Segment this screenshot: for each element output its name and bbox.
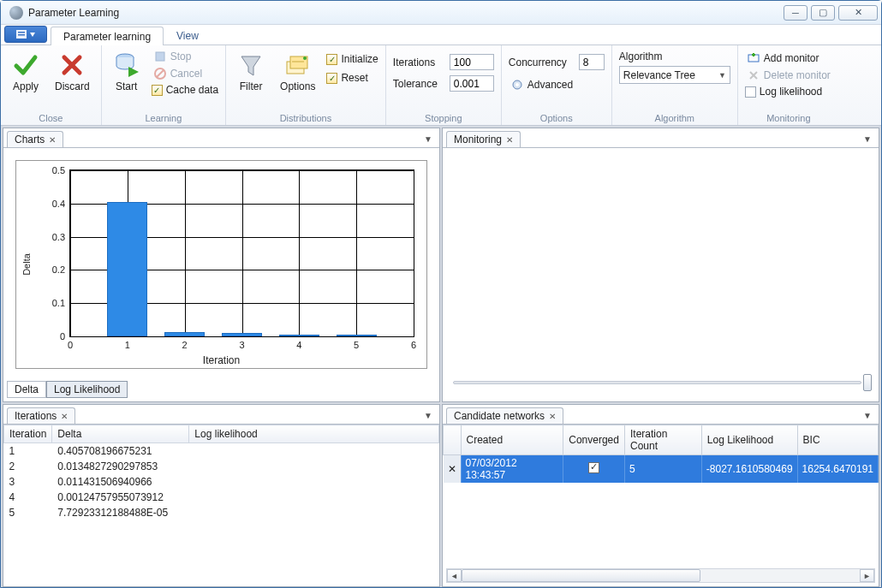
- chart-tab-delta[interactable]: Delta: [7, 381, 46, 398]
- cell-iter: 1: [4, 443, 52, 460]
- monitoring-tab-label: Monitoring: [454, 134, 502, 146]
- loglik-checkbox[interactable]: ✓ Log likelihood: [745, 85, 822, 98]
- options-dist-label: Options: [280, 80, 315, 92]
- discard-label: Discard: [55, 80, 90, 92]
- svg-marker-3: [30, 33, 35, 37]
- monitor-slider-thumb[interactable]: [863, 374, 872, 391]
- col-bic[interactable]: BIC: [797, 425, 878, 455]
- iterations-input[interactable]: [450, 54, 494, 70]
- concurrency-input[interactable]: [579, 54, 605, 70]
- stop-button[interactable]: Stop: [152, 49, 218, 64]
- cancel-button[interactable]: Cancel: [152, 66, 218, 81]
- table-row[interactable]: 20.0134827290297853: [4, 459, 439, 474]
- stop-label: Stop: [170, 50, 192, 62]
- cell-loglik: [189, 443, 439, 460]
- cell-created: 07/03/2012 13:43:57: [461, 455, 563, 484]
- table-row[interactable]: ✕ 07/03/2012 13:43:57 5 -8027.1610580469…: [444, 455, 879, 484]
- app-icon: [9, 6, 23, 20]
- add-monitor-label: Add monitor: [764, 52, 819, 64]
- window-title: Parameter Learning: [28, 7, 784, 19]
- row-delete-icon[interactable]: ✕: [444, 455, 462, 484]
- algorithm-select[interactable]: Relevance Tree ▼: [619, 66, 730, 84]
- ribbon-group-algorithm: Algorithm Relevance Tree ▼ Algorithm: [612, 45, 738, 125]
- close-tab-icon[interactable]: ✕: [506, 135, 513, 145]
- col-converged[interactable]: Converged: [563, 425, 625, 455]
- col-rowheader: [444, 425, 462, 455]
- add-monitor-button[interactable]: Add monitor: [745, 50, 821, 66]
- close-tab-icon[interactable]: ✕: [549, 412, 556, 421]
- candidates-table: Created Converged Iteration Count Log Li…: [443, 425, 879, 483]
- ribbon-group-stopping: Iterations Tolerance Stopping: [386, 45, 502, 125]
- charts-tab[interactable]: Charts ✕: [7, 131, 63, 147]
- checkbox-unchecked-icon: ✓: [745, 86, 756, 98]
- add-monitor-icon: [747, 51, 760, 65]
- concurrency-label: Concurrency: [509, 56, 574, 68]
- scroll-thumb[interactable]: [462, 569, 700, 582]
- scroll-left-icon[interactable]: ◄: [447, 569, 462, 582]
- cache-data-checkbox[interactable]: ✓ Cache data: [152, 83, 218, 97]
- horizontal-scrollbar[interactable]: ◄ ►: [446, 568, 875, 583]
- table-row[interactable]: 40.00124757955073912: [4, 490, 439, 505]
- monitoring-tab[interactable]: Monitoring ✕: [446, 131, 521, 147]
- table-row[interactable]: 57.72923312188488E-05: [4, 505, 439, 520]
- initialize-checkbox[interactable]: ✓ Initialize: [326, 52, 378, 66]
- candidates-panel: Candidate networks ✕ ▼ Created Converged…: [442, 404, 879, 587]
- close-tab-icon[interactable]: ✕: [49, 135, 56, 145]
- reset-checkbox[interactable]: ✓ Reset: [326, 71, 378, 85]
- col-itercount[interactable]: Iteration Count: [624, 425, 701, 455]
- maximize-button[interactable]: ▢: [811, 5, 835, 21]
- delete-monitor-button[interactable]: Delete monitor: [745, 68, 832, 83]
- ribbon-group-distributions: Filter Options ✓ Initialize ✓ Reset: [226, 45, 386, 125]
- iterations-panel: Iterations ✕ ▼ Iteration Delta Log likel…: [3, 404, 440, 587]
- chart-tab-loglik[interactable]: Log Likelihood: [46, 381, 128, 398]
- cell-delta: 0.405708196675231: [52, 443, 189, 460]
- ribbon: Apply Discard Close Start: [1, 45, 881, 126]
- close-tab-icon[interactable]: ✕: [61, 412, 68, 421]
- panel-menu-button[interactable]: ▼: [420, 407, 436, 424]
- tab-parameter-learning[interactable]: Parameter learning: [51, 27, 164, 45]
- candidates-tab-label: Candidate networks: [454, 410, 545, 422]
- panel-menu-button[interactable]: ▼: [420, 131, 436, 147]
- chart-bar: [107, 202, 147, 336]
- chart-xtick: 4: [296, 340, 301, 350]
- group-label-stopping: Stopping: [393, 111, 494, 123]
- file-menu-button[interactable]: [4, 26, 47, 43]
- col-loglik[interactable]: Log likelihood: [189, 425, 439, 443]
- scroll-right-icon[interactable]: ►: [860, 569, 874, 582]
- chart-ytick: 0.4: [52, 199, 65, 209]
- x-red-icon: [58, 51, 86, 79]
- iterations-tab[interactable]: Iterations ✕: [7, 407, 75, 424]
- stop-icon: [153, 50, 167, 63]
- start-button[interactable]: Start: [109, 49, 145, 95]
- chart-ylabel: Delta: [21, 253, 32, 276]
- iterations-tab-label: Iterations: [15, 410, 57, 422]
- advanced-label: Advanced: [527, 79, 573, 91]
- col-loglik[interactable]: Log Likelihood: [701, 425, 797, 455]
- minimize-button[interactable]: ─: [784, 5, 808, 21]
- cell-delta: 0.011431506940966: [52, 474, 189, 490]
- tolerance-input[interactable]: [450, 75, 494, 92]
- filter-button[interactable]: Filter: [233, 49, 269, 95]
- cell-loglik: [189, 474, 439, 490]
- apply-button[interactable]: Apply: [8, 49, 44, 95]
- discard-button[interactable]: Discard: [51, 49, 94, 95]
- charts-tab-label: Charts: [15, 134, 45, 146]
- panel-menu-button[interactable]: ▼: [860, 131, 875, 147]
- tolerance-label: Tolerance: [393, 78, 444, 90]
- col-iteration[interactable]: Iteration: [4, 425, 52, 443]
- close-button[interactable]: ✕: [838, 5, 878, 21]
- reset-label: Reset: [341, 72, 367, 84]
- tab-view[interactable]: View: [164, 26, 212, 45]
- advanced-button[interactable]: Advanced: [509, 77, 575, 92]
- panel-menu-button[interactable]: ▼: [860, 407, 875, 424]
- col-delta[interactable]: Delta: [52, 425, 189, 443]
- chart-ytick: 0: [60, 331, 65, 342]
- table-row[interactable]: 10.405708196675231: [4, 443, 439, 460]
- options-dist-button[interactable]: Options: [276, 49, 319, 95]
- monitor-slider-track[interactable]: [453, 381, 861, 384]
- candidates-tab[interactable]: Candidate networks ✕: [446, 407, 563, 424]
- table-row[interactable]: 30.011431506940966: [4, 474, 439, 490]
- scroll-track[interactable]: [462, 569, 860, 582]
- col-created[interactable]: Created: [461, 425, 563, 455]
- filter-label: Filter: [240, 80, 263, 92]
